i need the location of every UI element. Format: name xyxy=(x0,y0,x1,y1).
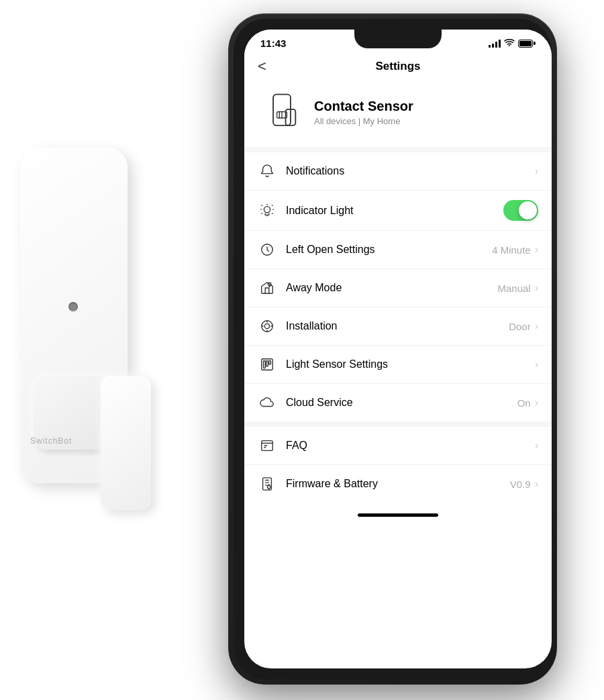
installation-icon xyxy=(258,317,276,336)
settings-item-installation[interactable]: Installation Door › xyxy=(244,307,552,346)
status-time: 11:43 xyxy=(260,38,286,49)
notifications-chevron: › xyxy=(535,165,538,177)
indicator-light-label: Indicator Light xyxy=(286,205,503,217)
notifications-icon xyxy=(258,162,276,181)
installation-value: Door xyxy=(509,321,531,332)
faq-label: FAQ xyxy=(286,440,531,452)
phone-inner: 11:43 xyxy=(234,19,552,679)
device-brand-label: SwitchBot xyxy=(30,436,72,446)
left-open-label: Left Open Settings xyxy=(286,244,492,256)
cloud-service-chevron: › xyxy=(535,397,538,409)
phone-screen: 11:43 xyxy=(244,30,552,668)
firmware-label: Firmware & Battery xyxy=(286,478,510,490)
notifications-label: Notifications xyxy=(286,165,531,177)
away-mode-label: Away Mode xyxy=(286,282,497,294)
settings-item-notifications[interactable]: Notifications › xyxy=(244,152,552,191)
back-button[interactable]: < xyxy=(258,58,266,75)
settings-list-1: Notifications › Indicator Light xyxy=(244,152,552,421)
svg-point-0 xyxy=(509,45,510,46)
phone-frame: 11:43 xyxy=(228,13,557,685)
installation-chevron: › xyxy=(535,320,538,332)
indicator-light-toggle[interactable] xyxy=(503,200,538,221)
away-mode-value: Manual xyxy=(497,283,530,294)
wifi-icon xyxy=(504,38,515,48)
signal-bars-icon xyxy=(489,40,501,48)
faq-icon xyxy=(258,436,276,455)
left-open-value: 4 Minute xyxy=(492,244,531,256)
device-breadcrumb: All devices | My Home xyxy=(314,116,413,126)
away-mode-chevron: › xyxy=(535,282,538,294)
settings-item-away-mode[interactable]: Away Mode Manual › xyxy=(244,269,552,307)
svg-point-10 xyxy=(264,323,269,328)
light-sensor-icon xyxy=(258,355,276,374)
cloud-service-icon xyxy=(258,393,276,412)
device-name: Contact Sensor xyxy=(314,99,413,114)
faq-chevron: › xyxy=(535,440,538,452)
settings-item-firmware[interactable]: Firmware & Battery V0.9 › xyxy=(244,465,552,503)
phone-notch xyxy=(354,30,442,48)
svg-point-6 xyxy=(264,206,270,212)
contact-sensor-icon xyxy=(263,92,301,132)
home-indicator xyxy=(358,513,438,517)
nav-bar: < Settings xyxy=(244,53,552,80)
away-mode-icon xyxy=(258,279,276,297)
firmware-value: V0.9 xyxy=(510,479,531,490)
device-header: Contact Sensor All devices | My Home xyxy=(244,80,552,147)
installation-label: Installation xyxy=(286,320,509,332)
light-sensor-chevron: › xyxy=(535,358,538,370)
settings-list-2: FAQ › Firmware & Battery V0.9 › xyxy=(244,427,552,503)
physical-device: SwitchBot xyxy=(20,148,154,537)
device-small-body xyxy=(101,376,151,510)
svg-rect-12 xyxy=(264,361,266,368)
firmware-chevron: › xyxy=(535,478,538,490)
device-icon-container xyxy=(260,91,303,134)
settings-item-indicator-light[interactable]: Indicator Light xyxy=(244,191,552,231)
firmware-icon xyxy=(258,474,276,493)
cloud-service-label: Cloud Service xyxy=(286,397,517,409)
status-icons xyxy=(489,38,536,48)
settings-item-left-open[interactable]: Left Open Settings 4 Minute › xyxy=(244,231,552,269)
light-sensor-label: Light Sensor Settings xyxy=(286,358,531,370)
indicator-light-icon xyxy=(258,201,276,220)
left-open-chevron: › xyxy=(535,244,538,256)
cloud-service-value: On xyxy=(517,397,531,409)
svg-point-17 xyxy=(267,485,270,489)
svg-rect-13 xyxy=(266,361,268,366)
battery-icon xyxy=(518,40,536,48)
separator-2 xyxy=(244,421,552,427)
separator-1 xyxy=(244,147,552,152)
device-info: Contact Sensor All devices | My Home xyxy=(314,99,413,126)
svg-rect-14 xyxy=(269,361,271,365)
nav-title: Settings xyxy=(375,60,420,73)
home-indicator-area xyxy=(244,503,552,522)
settings-item-faq[interactable]: FAQ › xyxy=(244,427,552,465)
left-open-icon xyxy=(258,240,276,259)
phone-outer: 11:43 xyxy=(228,13,557,685)
device-sensor-dot xyxy=(68,302,78,311)
settings-item-cloud-service[interactable]: Cloud Service On › xyxy=(244,384,552,421)
settings-item-light-sensor[interactable]: Light Sensor Settings › xyxy=(244,346,552,384)
